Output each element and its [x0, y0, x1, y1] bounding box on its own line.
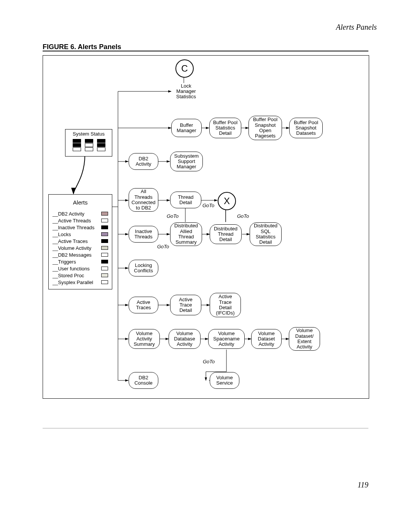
node-distributed-thread-detail: Distributed Thread Detail — [210, 224, 242, 244]
goto-label: GoTo — [157, 244, 169, 249]
node-active-trace-detail: Active Trace Detail — [170, 295, 201, 315]
alerts-item: Active Traces — [49, 238, 112, 244]
hr-top — [43, 51, 368, 51]
alerts-item: DB2 Messages — [49, 251, 112, 258]
alerts-item-label: Stored Proc — [53, 273, 84, 278]
node-active-trace-detail-ifcids: Active Trace Detail (IFCIDs) — [210, 293, 241, 317]
alerts-item-label: Volume Activity — [53, 245, 91, 251]
alerts-item-label: Active Traces — [53, 238, 88, 244]
alerts-item-swatch — [101, 225, 108, 229]
goto-label: GoTo — [167, 213, 178, 219]
alerts-item: Locks — [49, 231, 112, 238]
alerts-item-label: Triggers — [53, 259, 76, 265]
alerts-item-label: Sysplex Parallel — [53, 280, 93, 285]
node-volume-service: Volume Service — [210, 372, 239, 389]
system-status-title: System Status — [65, 129, 112, 139]
node-bp-snapshot-open-pagesets: Buffer Pool Snapshot Open Pagesets — [249, 116, 282, 140]
page: { "header": { "running_head": "Alerts Pa… — [0, 0, 411, 532]
node-inactive-threads: Inactive Threads — [129, 226, 158, 243]
alerts-item: DB2 Activity — [49, 210, 112, 217]
system-status-panel: System Status — [65, 129, 112, 157]
alerts-item-swatch — [101, 246, 108, 250]
alerts-panel: Alerts DB2 ActivityActive ThreadsInactiv… — [48, 194, 112, 289]
system-status-grid — [65, 139, 112, 153]
hr-bottom — [43, 428, 368, 428]
alerts-list: DB2 ActivityActive ThreadsInactive Threa… — [49, 210, 112, 286]
node-locking-conflicts: Locking Conflicts — [129, 260, 158, 276]
alerts-item-label: DB2 Messages — [53, 252, 92, 258]
node-thread-detail: Thread Detail — [170, 192, 201, 208]
connector-c-label: C — [181, 63, 188, 74]
node-db2-activity: DB2 Activity — [129, 153, 158, 170]
alerts-item: Inactive Threads — [49, 224, 112, 231]
alerts-item-swatch — [101, 219, 108, 222]
node-all-threads-connected: All Threads Connected to DB2 — [129, 188, 158, 212]
figure-caption: FIGURE 6. Alerts Panels — [43, 43, 121, 51]
alerts-item-label: User functions — [53, 266, 90, 272]
alerts-item-label: DB2 Activity — [53, 211, 84, 217]
alerts-item-label: Inactive Threads — [53, 225, 94, 230]
page-number: 119 — [357, 481, 368, 489]
alerts-item: User functions — [49, 265, 112, 272]
node-active-traces: Active Traces — [129, 297, 158, 313]
alerts-item: Triggers — [49, 258, 112, 265]
node-buffer-manager: Buffer Manager — [171, 119, 202, 137]
node-bp-statistics-detail: Buffer Pool Statistics Detail — [209, 118, 241, 138]
goto-label: GoTo — [237, 213, 249, 219]
connector-x-label: X — [224, 196, 230, 206]
node-distributed-sql-statistics-detail: Distributed SQL Statistics Detail — [250, 222, 282, 246]
running-head: Alerts Panels — [336, 23, 377, 32]
alerts-item: Sysplex Parallel — [49, 279, 112, 286]
node-subsystem-support-manager: Subsystem Support Manager — [170, 152, 203, 171]
connector-c: C — [175, 59, 194, 78]
alerts-item-swatch — [101, 212, 108, 216]
alerts-item: Active Threads — [49, 217, 112, 224]
alerts-item: Stored Proc — [49, 272, 112, 279]
node-bp-snapshot-datasets: Buffer Pool Snapshot Datasets — [289, 118, 323, 138]
alerts-item-swatch — [101, 273, 108, 277]
alerts-item-swatch — [101, 253, 108, 257]
diagram-frame: C Lock Manager Statistics Buffer Manager… — [43, 55, 369, 399]
node-volume-database-activity: Volume Database Activity — [169, 329, 201, 349]
connector-x: X — [218, 192, 236, 210]
alerts-item: Volume Activity — [49, 244, 112, 251]
node-volume-activity-summary: Volume Activity Summary — [129, 329, 160, 349]
node-volume-dataset-activity: Volume Dataset Activity — [251, 329, 282, 349]
goto-label: GoTo — [202, 203, 214, 208]
node-volume-dataset-extent-activity: Volume Dataset/ Extent Activity — [289, 327, 320, 351]
node-distributed-allied-thread-summary: Distributed Allied Thread Summary — [170, 222, 202, 246]
node-lock-manager-statistics: Lock Manager Statistics — [171, 83, 201, 100]
alerts-item-swatch — [101, 239, 108, 243]
alerts-item-label: Locks — [53, 232, 71, 237]
alerts-item-swatch — [101, 267, 108, 270]
alerts-item-swatch — [101, 232, 108, 236]
node-db2-console: DB2 Console — [129, 372, 158, 389]
alerts-item-label: Active Threads — [53, 218, 91, 224]
goto-label: GoTo — [203, 359, 215, 364]
alerts-item-swatch — [101, 260, 108, 264]
node-volume-spacename-activity: Volume Spacename Activity — [208, 329, 245, 349]
alerts-item-swatch — [101, 280, 108, 284]
alerts-title: Alerts — [49, 195, 112, 210]
status-cell — [73, 139, 81, 143]
